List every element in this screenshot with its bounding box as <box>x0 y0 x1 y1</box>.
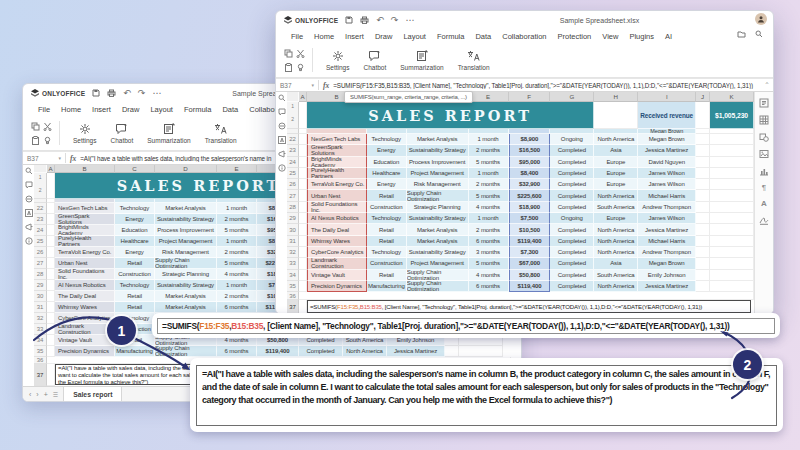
table-cell[interactable] <box>594 102 638 129</box>
table-cell[interactable]: Market Analysis <box>155 291 217 302</box>
table-cell[interactable] <box>710 281 754 292</box>
formula-input[interactable]: =SUMIFS(F15:F35,B15:B35, [Client Name], … <box>333 82 761 89</box>
received-revenue-value-cell[interactable]: $1,005,230 <box>710 102 754 129</box>
table-cell[interactable] <box>299 258 307 269</box>
table-cell[interactable]: 27 <box>287 190 299 201</box>
table-cell[interactable] <box>47 313 55 324</box>
table-cell[interactable]: 6 months <box>469 236 509 247</box>
table-cell[interactable]: 2 months <box>469 145 509 156</box>
table-cell[interactable] <box>47 324 55 335</box>
sheet-list-icon[interactable]: ☰ <box>53 391 58 398</box>
table-cell[interactable] <box>34 165 47 173</box>
table-cell[interactable]: Completed <box>550 190 594 201</box>
table-cell[interactable] <box>47 269 55 280</box>
menu-home[interactable]: Home <box>309 31 339 42</box>
table-cell[interactable] <box>299 224 307 235</box>
highlight-icon[interactable] <box>43 136 52 145</box>
table-cell[interactable]: Retail <box>115 258 155 269</box>
table-cell[interactable]: Market Analysis <box>155 302 217 313</box>
table-cell[interactable] <box>696 213 710 224</box>
table-cell[interactable]: 28 <box>34 269 47 280</box>
table-cell[interactable]: Asia <box>594 258 638 269</box>
table-cell[interactable] <box>710 168 754 179</box>
table-cell[interactable]: South America <box>594 202 638 213</box>
table-cell[interactable]: North America <box>594 247 638 258</box>
table-cell[interactable]: Energy <box>115 214 155 225</box>
table-cell[interactable]: E <box>469 92 509 102</box>
table-cell[interactable]: 5 months <box>469 190 509 201</box>
table-cell[interactable]: $32,900 <box>509 179 551 190</box>
table-cell[interactable]: Energy <box>115 247 155 258</box>
table-cell[interactable]: Michael Harris <box>638 190 696 201</box>
table-cell[interactable]: Megan Brown <box>638 134 696 145</box>
table-cell[interactable] <box>299 202 307 213</box>
table-cell[interactable]: A <box>299 92 307 102</box>
table-cell[interactable]: Landmark Construction <box>55 324 115 335</box>
table-cell[interactable]: B <box>55 165 115 173</box>
table-cell[interactable]: Process Improvement <box>407 157 469 168</box>
table-cell[interactable]: David Nguyen <box>638 157 696 168</box>
add-sheet-icon[interactable]: + <box>44 391 48 398</box>
save-icon[interactable] <box>345 16 353 24</box>
table-cell[interactable]: $119,400 <box>509 236 551 247</box>
table-cell[interactable]: $119,400 <box>257 346 299 357</box>
table-cell[interactable]: $119,400 <box>509 281 551 292</box>
table-cell[interactable] <box>710 224 754 235</box>
table-cell[interactable]: Whimsy Wares <box>55 302 115 313</box>
table-cell[interactable]: Process Improvement <box>155 225 217 236</box>
table-cell[interactable]: Technology <box>367 247 407 258</box>
table-cell[interactable] <box>710 236 754 247</box>
signature-settings-icon[interactable] <box>759 215 769 225</box>
name-box[interactable]: B37 ▾ <box>276 82 318 89</box>
table-cell[interactable]: 1 month <box>469 213 509 224</box>
table-cell[interactable] <box>47 302 55 313</box>
table-cell[interactable] <box>47 364 55 386</box>
table-cell[interactable]: $50,800 <box>509 270 551 281</box>
name-box-caret-icon[interactable]: ▾ <box>58 155 61 161</box>
table-cell[interactable]: 34 <box>34 335 47 346</box>
table-cell[interactable]: Energy <box>367 179 407 190</box>
table-cell[interactable]: Supply Chain Optimization <box>155 346 217 357</box>
cut-icon[interactable] <box>43 122 52 131</box>
translation-button[interactable]: Translation <box>451 50 497 71</box>
table-cell[interactable]: 35 <box>34 346 47 357</box>
more-icon[interactable]: ⋯ <box>405 16 414 25</box>
table-cell[interactable]: Precision Dynamics <box>55 346 115 357</box>
table-cell[interactable]: J <box>696 92 710 102</box>
table-cell[interactable]: Andrew Thompson <box>638 202 696 213</box>
table-cell[interactable] <box>696 247 710 258</box>
table-cell[interactable] <box>710 270 754 281</box>
table-cell[interactable]: Europe <box>594 213 638 224</box>
image-settings-icon[interactable] <box>759 149 769 159</box>
table-cell[interactable]: 6 months <box>217 346 257 357</box>
table-cell[interactable] <box>696 102 710 129</box>
table-cell[interactable]: 22 <box>34 203 47 214</box>
redo-icon[interactable]: ↷ <box>138 89 146 98</box>
table-cell[interactable]: Jessica Martinez <box>387 346 445 357</box>
table-cell[interactable] <box>47 247 55 258</box>
settings-button[interactable]: Settings <box>319 50 357 71</box>
table-cell[interactable]: Technology <box>367 134 407 145</box>
table-cell[interactable]: Completed <box>550 270 594 281</box>
table-cell[interactable]: CyberCore Analytics <box>307 247 367 258</box>
table-cell[interactable]: Completed <box>550 247 594 258</box>
table-cell[interactable]: GreenSpark Solutions <box>55 214 115 225</box>
table-cell[interactable]: Landmark Construction <box>307 258 367 269</box>
table-cell[interactable]: Sustainability Strategy <box>407 247 469 258</box>
table-cell[interactable] <box>47 346 55 357</box>
table-cell[interactable]: Solid Foundations Inc. <box>307 202 367 213</box>
table-cell[interactable]: Sustainability Strategy <box>155 280 217 291</box>
chatbot-button[interactable]: Chatbot <box>104 123 141 144</box>
table-cell[interactable]: 24 <box>34 225 47 236</box>
table-cell[interactable]: NexGen Tech Labs <box>55 203 115 214</box>
table-settings-icon[interactable] <box>759 115 769 125</box>
table-cell[interactable]: Europe <box>594 157 638 168</box>
table-cell[interactable]: $225,600 <box>509 190 551 201</box>
table-cell[interactable]: 26 <box>34 247 47 258</box>
table-cell[interactable]: $7,500 <box>509 213 551 224</box>
table-cell[interactable]: Retail <box>367 190 407 201</box>
table-cell[interactable]: 31 <box>287 236 299 247</box>
table-cell[interactable]: Completed <box>299 346 343 357</box>
table-cell[interactable] <box>696 236 710 247</box>
menu-protection[interactable]: Protection <box>552 31 596 42</box>
